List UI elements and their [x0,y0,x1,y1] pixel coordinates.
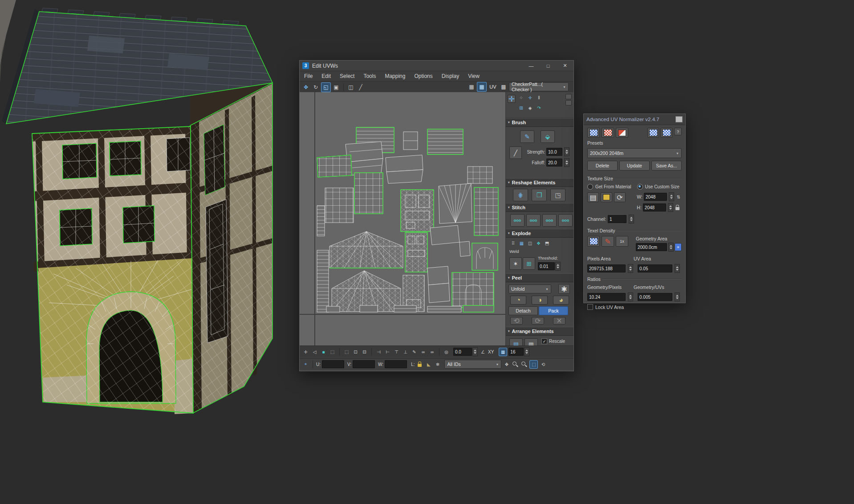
rollout-brush[interactable]: ▾ Brush [506,118,573,127]
save-as-preset-button[interactable]: Save As... [651,161,682,171]
edit-map-icon[interactable]: ▩ [499,82,508,91]
uv-normalizer-panel[interactable]: Advanced UV Normalizer v2.4.7 ? Presets … [583,114,686,303]
rollout-arrange[interactable]: ▾ Arrange Elements [506,327,573,336]
fill-color-icon[interactable] [601,192,612,202]
uv-island[interactable] [386,155,423,183]
uv-island[interactable] [405,232,427,272]
channel-field[interactable]: 1 [608,215,626,223]
relax-brush-icon[interactable]: ⬙ [541,130,555,143]
explode-ids-icon[interactable]: ◫ [526,240,534,247]
pixels-area-field[interactable]: 209715.188 [587,264,626,272]
grid-size-spinner[interactable] [524,347,529,356]
swap-wh-icon[interactable]: ⇅ [675,193,682,201]
material-checker-b-icon[interactable] [661,128,672,138]
geometry-area-spinner[interactable] [668,243,674,252]
delete-preset-button[interactable]: Delete [587,161,618,171]
peel-pelt-icon[interactable]: ◔ [510,296,526,305]
zoom-extents-icon[interactable]: ⬚ [529,360,538,369]
stitch-source-icon[interactable]: ooo [526,214,541,227]
minimize-button[interactable]: — [523,61,540,71]
uv-area-spinner[interactable] [675,264,680,273]
normalizer-close-button[interactable] [675,116,683,122]
freeze-icon[interactable]: ❄ [434,361,441,368]
peel-cancel-icon[interactable]: ✕ [553,317,565,325]
rescale-checkbox[interactable]: ✓ [541,338,547,344]
house-front-wall[interactable] [32,126,193,414]
rollout-reshape[interactable]: ▾ Reshape Elements [506,178,573,187]
uv-island[interactable] [452,272,494,308]
geometry-uvs-spinner[interactable] [675,293,680,301]
get-from-material-radio[interactable] [587,184,593,190]
menu-options[interactable]: Options [414,73,432,79]
help-button[interactable]: ? [674,128,682,135]
uv-area-field[interactable]: 0.05 [638,264,672,272]
grid-size-field[interactable]: 16 [508,348,524,356]
uv-island[interactable] [317,250,329,312]
curve-arrow-icon[interactable]: ↷ [535,104,543,112]
geometry-uvs-field[interactable]: 0.005 [638,293,672,301]
pick-geometry-icon[interactable]: ≡ [675,243,682,251]
detach-button[interactable]: Detach [508,306,538,315]
update-preset-button[interactable]: Update [619,161,650,171]
reshape-cube-icon[interactable]: ◳ [550,189,565,201]
use-custom-size-radio[interactable] [637,184,643,190]
uv-editor-canvas[interactable] [300,92,506,345]
uv-island[interactable] [427,129,463,154]
menu-edit[interactable]: Edit [321,73,331,79]
axis-label[interactable]: XY [488,350,494,354]
falloff-spinner[interactable] [564,158,569,167]
menu-mapping[interactable]: Mapping [385,73,405,79]
uv-island[interactable] [325,188,354,223]
peel-undo-icon[interactable]: ⟲ [510,317,523,325]
viewport-3d-model[interactable] [0,0,294,427]
height-field[interactable]: 2048 [643,203,666,211]
pack-button[interactable]: Pack [539,306,568,315]
filter-cone-icon[interactable]: ◣ [425,361,432,368]
rollout-peel[interactable]: ▾ Peel [506,273,573,282]
peel-options-gear-icon[interactable]: ✱ [558,284,570,294]
menu-file[interactable]: File [304,73,313,79]
uv-island[interactable] [317,155,352,177]
panel-scroll-up[interactable] [565,94,572,99]
explode-faces-icon[interactable]: ⠿ [509,240,517,247]
threshold-spinner[interactable] [555,262,561,271]
material-id-dropdown[interactable]: All IDs ▼ [444,360,501,369]
reshape-cubes-icon[interactable]: ❒ [532,189,547,201]
move-tool-icon[interactable]: ✥ [301,83,310,92]
zoom-icon[interactable] [512,361,519,368]
falloff-field[interactable]: 20.0 [546,159,562,167]
rollout-stitch[interactable]: ▾ Stitch [506,203,573,212]
w-field[interactable] [385,360,407,368]
angle-field[interactable]: 0.0 [453,348,472,356]
lock-selection-icon[interactable] [416,361,423,368]
uv-island[interactable] [430,225,470,256]
menu-display[interactable]: Display [442,73,459,79]
space-horizontal-icon[interactable]: ∞ [419,348,427,356]
uv-island[interactable] [326,306,340,312]
normalize-red-checker-icon[interactable] [602,128,614,138]
refresh-size-icon[interactable]: ⟳ [614,192,626,202]
align-top-icon[interactable]: ⊤ [393,348,400,356]
peel-quick-icon[interactable]: ◑ [532,296,548,305]
material-checker-a-icon[interactable] [647,128,659,138]
strength-spinner[interactable] [564,147,569,156]
red-brush-icon[interactable]: ✎ [602,236,614,247]
pixels-area-spinner[interactable] [628,264,633,273]
edit-uvws-window[interactable]: 3 Edit UVWs — □ ✕ File Edit Select Tools… [299,60,574,371]
swatch-icon[interactable] [616,128,628,138]
linear-align-pencil-icon[interactable]: ✎ [411,348,418,356]
explode-elements-icon[interactable]: ▦ [518,240,525,247]
uv-island[interactable] [403,132,418,150]
strength-field[interactable]: 10.0 [546,148,562,156]
mirror-tool-icon[interactable]: ◫ [346,83,355,92]
lock-ratio-icon[interactable] [675,204,681,211]
uv-island[interactable] [329,232,403,268]
uv-island[interactable] [401,190,434,232]
stitch-custom-icon[interactable]: ooo [510,214,525,227]
zoom-region-icon[interactable] [521,361,528,368]
uv-islands-svg[interactable] [300,92,506,345]
close-button[interactable]: ✕ [557,61,573,71]
align-left-icon[interactable]: ⊣ [375,348,382,356]
paint-brush-icon[interactable]: ✎ [520,130,534,143]
align-bottom-icon[interactable]: ⊥ [402,348,409,356]
